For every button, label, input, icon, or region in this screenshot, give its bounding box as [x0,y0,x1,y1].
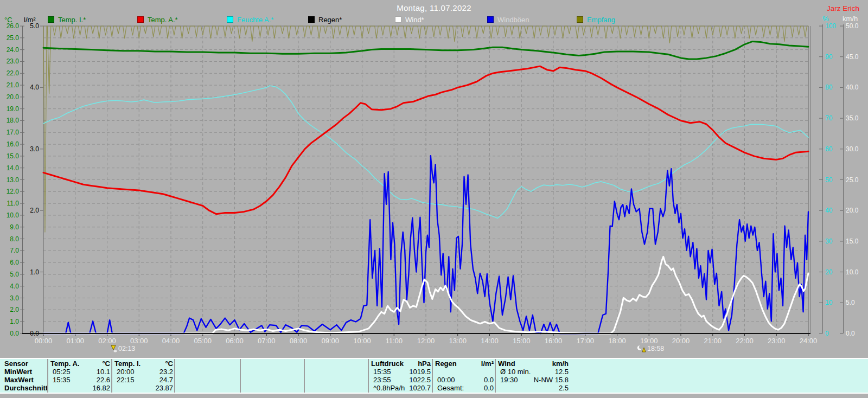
legend-label: Windböen [497,16,529,24]
table-cell: Sensor [4,360,47,368]
regen-swatch-icon [308,16,315,23]
svg-text:19:00: 19:00 [640,337,658,345]
svg-text:10.0: 10.0 [846,268,859,276]
legend-item-temp-a: Temp. A.* [137,16,178,23]
svg-text:5.0: 5.0 [10,271,19,278]
svg-text:07:00: 07:00 [258,337,276,345]
time-axis: 00:0001:0002:0003:0004:0005:0006:0007:00… [35,333,818,345]
table-cell: MinWert [4,368,47,376]
table-cell: 10.1 [68,368,110,376]
table-cell: 23.2 [132,368,173,376]
svg-text:12:00: 12:00 [417,337,435,345]
table-cell: 22.6 [68,376,110,384]
svg-text:0: 0 [825,330,829,337]
svg-text:12.0: 12.0 [7,188,20,195]
wind-swatch-icon [395,16,401,23]
svg-text:4.0: 4.0 [30,84,39,91]
svg-text:19.0: 19.0 [7,105,20,113]
svg-text:09:00: 09:00 [321,337,339,345]
temp-a-swatch-icon [137,16,144,23]
table-cell: 0.0 [452,384,494,392]
legend-item-windboeen: Windböen [487,16,529,23]
legend-label: Regen* [318,16,342,24]
svg-text:15.0: 15.0 [846,237,859,245]
svg-text:14:00: 14:00 [481,337,499,345]
legend-label: Feuchte A.* [237,16,273,24]
table-cell: 1020.7 [389,384,431,392]
svg-text:0.0: 0.0 [10,330,19,337]
svg-text:90: 90 [825,53,833,61]
svg-text:05:00: 05:00 [194,337,212,345]
legend-label: Empfang [587,16,615,24]
table-cell: N-NW 15.8 [519,376,569,384]
svg-text:25.0: 25.0 [7,34,20,42]
svg-text:60: 60 [825,145,833,153]
table-cell: 2.5 [519,384,569,392]
table-cell: 1019.5 [389,368,431,376]
svg-text:45.0: 45.0 [846,53,859,61]
legend-label: Temp. A.* [148,16,178,24]
svg-text:50: 50 [825,176,833,184]
legend-item-feuchte: Feuchte A.* [227,16,273,23]
table-column-divider [240,359,241,393]
table-cell: °C [141,360,173,368]
svg-text:21.0: 21.0 [7,81,20,89]
temp-axis-ticks: 0.01.02.03.04.05.06.07.08.09.010.011.012… [7,22,24,337]
svg-text:3.0: 3.0 [10,294,19,302]
temp-i-swatch-icon [48,16,54,23]
table-cell: 1022.5 [389,376,431,384]
chart-canvas: 0.01.02.03.04.05.06.07.08.09.010.011.012… [0,0,868,358]
svg-text:08:00: 08:00 [290,337,308,345]
sunrise-time: 02:13 [118,345,135,352]
svg-text:10.0: 10.0 [7,211,20,219]
legend: Temp. I.* Temp. A.* Feuchte A.* Regen* W… [0,16,868,24]
svg-text:2.0: 2.0 [30,207,39,214]
table-cell: 24.7 [132,376,173,384]
svg-text:06:00: 06:00 [226,337,244,345]
svg-text:40: 40 [825,207,833,214]
wind-axis-ticks: 0.05.010.015.020.025.030.035.040.045.050… [840,22,859,337]
svg-text:14.0: 14.0 [7,164,20,172]
svg-text:16.0: 16.0 [7,140,20,148]
svg-text:6.0: 6.0 [10,259,19,266]
svg-text:4.0: 4.0 [10,283,19,290]
svg-text:1.0: 1.0 [30,268,39,276]
svg-text:23:00: 23:00 [768,337,786,345]
table-cell: 12.5 [519,368,569,376]
table-cell: 16.82 [68,384,110,392]
svg-text:18:00: 18:00 [608,337,626,345]
table-cell: 23.87 [132,384,173,392]
table-column-divider [47,359,48,393]
svg-text:00:00: 00:00 [35,337,53,345]
sun-down-icon [110,345,117,352]
stats-table: SensorMinWertMaxWertDurchschnittTemp. A.… [0,358,868,394]
svg-text:04:00: 04:00 [162,337,180,345]
weather-chart-window: 0.01.02.03.04.05.06.07.08.09.010.011.012… [0,0,868,398]
watermark-text: Jarz Erich [827,4,859,12]
windboeen-swatch-icon [487,16,494,23]
svg-text:15.0: 15.0 [7,152,20,160]
legend-item-wind: Wind* [395,16,424,23]
table-column-divider [304,359,305,393]
svg-text:25.0: 25.0 [846,176,859,184]
svg-text:10: 10 [825,299,833,306]
legend-item-regen: Regen* [308,16,342,23]
rain-axis-ticks: 0.01.02.03.04.05.0 [30,22,43,337]
svg-text:70: 70 [825,114,833,122]
svg-text:0.0: 0.0 [846,330,855,337]
svg-text:11:00: 11:00 [385,337,403,345]
sunset-marker: 18:58 [637,345,664,352]
svg-text:3.0: 3.0 [30,145,39,153]
svg-text:13.0: 13.0 [7,176,20,184]
sunrise-marker: 02:13 [110,345,135,352]
svg-text:20.0: 20.0 [846,207,859,214]
svg-text:23.0: 23.0 [7,57,20,65]
legend-label: Temp. I.* [58,16,86,24]
svg-text:24:00: 24:00 [800,337,818,345]
svg-text:02:00: 02:00 [98,337,116,345]
table-cell: l/m² [462,360,494,368]
svg-text:24.0: 24.0 [7,46,20,54]
legend-label: Wind* [405,16,424,24]
table-cell: °C [78,360,111,368]
svg-text:17:00: 17:00 [576,337,594,345]
